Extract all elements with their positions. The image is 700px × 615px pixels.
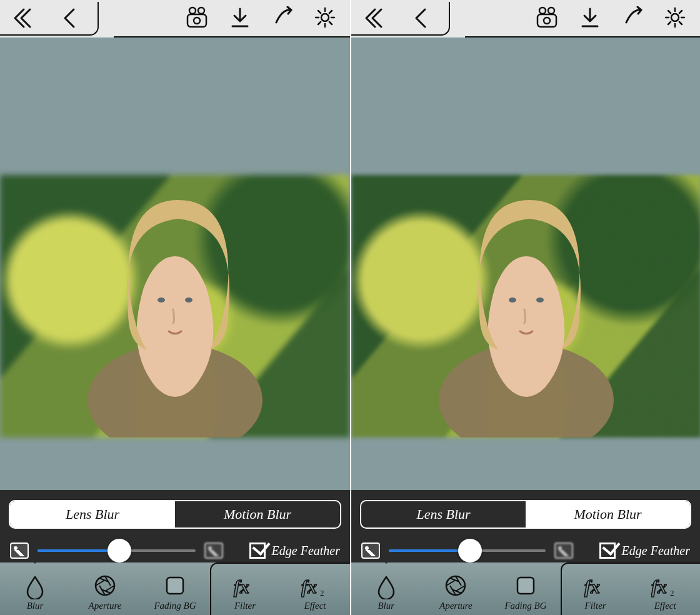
tab-label: Filter [584,601,606,611]
back-all-icon[interactable] [11,7,34,29]
preview-blur-icon [554,542,573,559]
checkbox-icon [249,542,266,559]
gear-icon[interactable] [664,6,686,31]
nav-group [0,2,99,36]
edge-feather-checkbox[interactable]: Edge Feather [599,542,690,559]
tab-aperture[interactable]: Aperture [70,562,140,615]
pane-left: Lens Blur Motion Blur Edge Feather Blur … [0,0,350,615]
preview-blur-icon [204,542,223,559]
camera-icon[interactable] [535,6,559,32]
controls-panel: Lens Blur Motion Blur Edge Feather [351,490,700,562]
top-toolbar [351,0,700,38]
blur-type-segmented: Lens Blur Motion Blur [9,500,341,529]
tab-aperture[interactable]: Aperture [421,562,491,615]
back-icon[interactable] [410,7,432,29]
action-group [535,0,700,38]
tab-fading-bg[interactable]: Fading BG [491,562,561,615]
tab-label: Aperture [89,601,122,611]
tab-effect[interactable]: Effect [630,562,700,615]
blur-slider[interactable] [389,549,546,552]
image-canvas[interactable] [0,38,350,490]
download-icon[interactable] [229,6,251,31]
preview-sharp-icon [10,542,29,559]
download-icon[interactable] [579,6,601,31]
slider-knob[interactable] [458,539,482,562]
segment-motion-blur[interactable]: Motion Blur [526,501,690,528]
segment-motion-blur[interactable]: Motion Blur [175,501,340,528]
edge-feather-checkbox[interactable]: Edge Feather [249,542,340,559]
tab-filter[interactable]: Filter [561,562,631,615]
back-icon[interactable] [59,7,81,29]
blur-slider-row: Edge Feather [9,542,341,559]
image-canvas[interactable] [351,38,700,490]
action-group [185,0,350,38]
controls-panel: Lens Blur Motion Blur Edge Feather [0,490,350,562]
tab-blur[interactable]: Blur [0,562,70,615]
tab-label: Blur [27,601,44,611]
tab-label: Filter [234,601,256,611]
tab-blur[interactable]: Blur [351,562,421,615]
gear-icon[interactable] [314,6,336,31]
nav-group [351,2,450,36]
checkbox-icon [599,542,616,559]
bottom-tabbar: Blur Aperture Fading BG Filter Effect [0,562,350,615]
tab-label: Blur [378,601,394,611]
top-toolbar [0,0,350,38]
camera-icon[interactable] [185,6,209,32]
bottom-tabbar: Blur Aperture Fading BG Filter Effect [351,562,700,615]
pane-right: Lens Blur Motion Blur Edge Feather Blur … [350,0,700,615]
tab-label: Aperture [439,601,472,611]
blur-type-segmented: Lens Blur Motion Blur [360,500,691,529]
segment-lens-blur[interactable]: Lens Blur [361,501,526,528]
edge-feather-label: Edge Feather [622,544,690,558]
share-icon[interactable] [621,6,644,31]
tab-label: Effect [304,601,326,611]
blur-slider-row: Edge Feather [360,542,691,559]
tab-label: Fading BG [504,601,546,611]
share-icon[interactable] [271,6,294,31]
tab-effect[interactable]: Effect [280,562,350,615]
edge-feather-label: Edge Feather [272,544,340,558]
tab-label: Effect [654,601,676,611]
blur-slider[interactable] [38,549,196,552]
segment-lens-blur[interactable]: Lens Blur [10,501,175,528]
slider-knob[interactable] [108,539,131,562]
tab-filter[interactable]: Filter [210,562,280,615]
preview-sharp-icon [361,542,380,559]
tab-fading-bg[interactable]: Fading BG [140,562,210,615]
back-all-icon[interactable] [362,7,385,29]
tab-label: Fading BG [154,601,196,611]
